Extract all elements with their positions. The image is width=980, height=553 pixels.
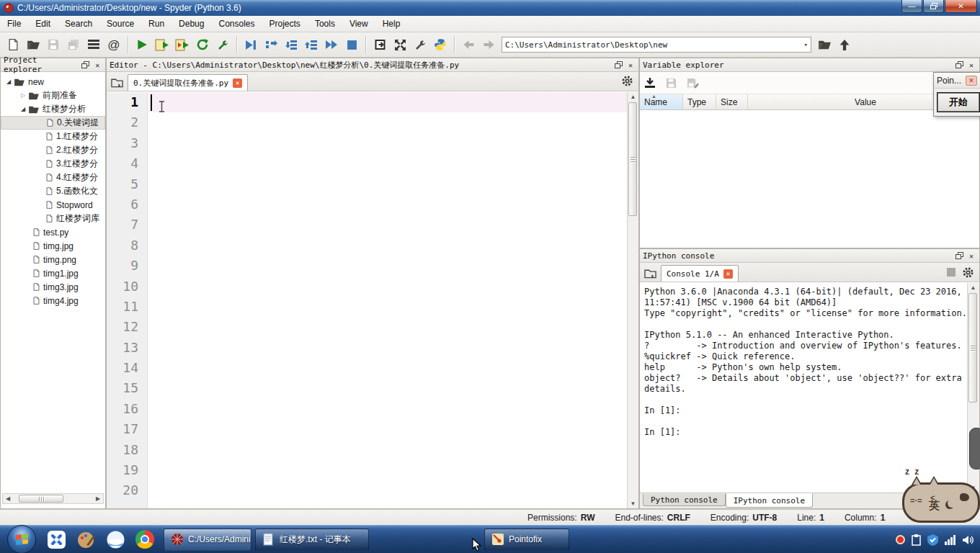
menu-tools[interactable]: Tools: [308, 17, 342, 31]
project-horizontal-scrollbar[interactable]: ◀ ▶: [2, 493, 104, 504]
quicklaunch-browser-icon[interactable]: [106, 530, 125, 549]
scroll-up-icon[interactable]: ▲: [968, 284, 979, 291]
tree-item-file1[interactable]: 1.红楼梦分: [1, 130, 105, 143]
tray-shield-icon[interactable]: [927, 534, 938, 546]
tab-python-console[interactable]: Python console: [643, 494, 726, 506]
close-button[interactable]: ✕: [945, 0, 977, 13]
tab-ipython-console[interactable]: IPython console: [726, 493, 813, 508]
scroll-left-icon[interactable]: ◀: [3, 495, 13, 502]
save-all-button[interactable]: [63, 35, 84, 55]
ime-cat-body[interactable]: =·= < 英: [902, 482, 980, 523]
tree-item-file3[interactable]: 3.红楼梦分: [1, 157, 105, 171]
symbol-finder-button[interactable]: @: [104, 35, 124, 55]
tree-item-qianqi[interactable]: ▷ 前期准备: [1, 89, 105, 102]
quicklaunch-chrome-icon[interactable]: [135, 530, 155, 549]
tree-item-file5[interactable]: 5.函数化文: [1, 184, 105, 198]
menu-consoles[interactable]: Consoles: [211, 17, 262, 31]
editor-tab-active[interactable]: 0.关键词提取任务准备.py ✕: [128, 74, 248, 91]
tray-network-icon[interactable]: [945, 535, 956, 545]
scroll-up-icon[interactable]: ▲: [628, 94, 638, 100]
step-return-button[interactable]: [301, 35, 321, 55]
tree-item-file0-selected[interactable]: 0.关键词提: [1, 116, 105, 130]
menu-file[interactable]: File: [0, 17, 28, 31]
side-handle[interactable]: [969, 428, 980, 469]
ime-mode-indicator[interactable]: 英: [929, 499, 940, 513]
undock-icon[interactable]: [954, 251, 964, 261]
tree-item-hongloumeng[interactable]: ◢ 红楼梦分析: [1, 102, 105, 116]
console-tab-active[interactable]: Console 1/A ✕: [661, 265, 739, 282]
console-output[interactable]: Python 3.6.0 |Anaconda 4.3.1 (64-bit)| (…: [640, 283, 967, 493]
debug-button[interactable]: [241, 35, 261, 55]
tree-item-cilib[interactable]: 红楼梦词库: [1, 212, 105, 225]
undock-icon[interactable]: [954, 60, 964, 70]
menu-view[interactable]: View: [342, 17, 375, 31]
run-cell-button[interactable]: [152, 35, 172, 55]
tree-item-file4[interactable]: 4.红楼梦分: [1, 171, 105, 184]
window-titlebar[interactable]: C:/Users/Administrator/Desktop/new - Spy…: [0, 0, 980, 16]
browse-tabs-icon[interactable]: [111, 78, 123, 88]
column-header-name[interactable]: ▲ Name: [640, 94, 683, 109]
run-button[interactable]: [132, 35, 152, 55]
step-into-button[interactable]: [281, 35, 301, 55]
undock-icon[interactable]: [81, 60, 91, 70]
ime-status-widget[interactable]: z z =·= < 英: [902, 467, 980, 526]
browse-directory-button[interactable]: [814, 35, 834, 55]
menu-projects[interactable]: Projects: [262, 17, 308, 31]
menu-run[interactable]: Run: [141, 17, 172, 31]
save-data-icon[interactable]: [666, 78, 677, 89]
minimize-button[interactable]: —: [901, 0, 922, 13]
start-button[interactable]: [7, 525, 36, 553]
tab-close-icon[interactable]: ✕: [723, 269, 733, 279]
tray-clipboard-icon[interactable]: [912, 534, 921, 546]
tree-item-timg3jpg[interactable]: timg3.jpg: [1, 280, 105, 294]
working-directory-combobox[interactable]: C:\Users\Administrator\Desktop\new ▾: [502, 37, 811, 53]
fullscreen-button[interactable]: [390, 35, 410, 55]
pointofix-window[interactable]: Poin... ✕ 开始: [933, 72, 980, 117]
new-file-button[interactable]: [3, 35, 23, 55]
parent-directory-button[interactable]: [834, 35, 855, 55]
close-pane-icon[interactable]: ✕: [966, 251, 976, 261]
menu-search[interactable]: Search: [58, 17, 99, 31]
restore-button[interactable]: [923, 0, 944, 13]
quicklaunch-paint-icon[interactable]: [76, 530, 96, 549]
scrollbar-thumb[interactable]: [628, 102, 637, 216]
tree-item-timg4jpg[interactable]: timg4.jpg: [1, 294, 105, 307]
interrupt-kernel-icon[interactable]: [947, 268, 956, 276]
scrollbar-thumb[interactable]: [19, 495, 63, 503]
tree-item-timgjpg[interactable]: timg.jpg: [1, 239, 105, 253]
undock-icon[interactable]: [613, 60, 623, 70]
menu-source[interactable]: Source: [99, 17, 141, 31]
browse-tabs-icon[interactable]: [644, 269, 656, 279]
menu-edit[interactable]: Edit: [28, 17, 58, 31]
expander-collapsed-icon[interactable]: ▷: [19, 92, 27, 99]
stop-debug-button[interactable]: [342, 35, 362, 55]
close-pane-icon[interactable]: ✕: [92, 60, 102, 70]
console-options-gear-icon[interactable]: [963, 267, 974, 278]
maximize-pane-button[interactable]: [370, 35, 390, 55]
step-button[interactable]: [261, 35, 281, 55]
menu-help[interactable]: Help: [375, 17, 408, 31]
back-button[interactable]: [458, 35, 478, 55]
import-data-icon[interactable]: [644, 78, 656, 89]
column-header-type[interactable]: Type: [683, 94, 716, 109]
pointofix-start-button[interactable]: 开始: [937, 93, 979, 112]
taskbar-button-spyder[interactable]: C:/Users/Admini...: [164, 529, 251, 551]
editor-options-gear-icon[interactable]: [622, 76, 633, 86]
file-switcher-button[interactable]: [84, 35, 104, 55]
quicklaunch-netdisk-icon[interactable]: [47, 530, 66, 549]
taskbar-button-pointofix[interactable]: Pointofix: [484, 529, 569, 551]
scroll-right-icon[interactable]: ▶: [93, 495, 103, 502]
taskbar-button-notepad[interactable]: 红楼梦.txt - 记事本: [255, 529, 369, 551]
editor-vertical-scrollbar[interactable]: ▲ ▼: [627, 92, 638, 508]
scrollbar-thumb[interactable]: [968, 293, 977, 403]
expander-expanded-icon[interactable]: ◢: [19, 106, 27, 112]
tray-volume-icon[interactable]: [963, 535, 974, 545]
tree-item-new[interactable]: ◢ new: [1, 75, 105, 89]
close-pane-icon[interactable]: ✕: [966, 60, 976, 70]
forward-button[interactable]: [478, 35, 499, 55]
column-header-size[interactable]: Size: [716, 94, 748, 109]
close-pane-icon[interactable]: ✕: [625, 60, 636, 70]
tree-item-stopword[interactable]: Stopword: [1, 198, 105, 212]
expander-expanded-icon[interactable]: ◢: [5, 78, 12, 85]
save-data-as-icon[interactable]: [687, 78, 699, 89]
